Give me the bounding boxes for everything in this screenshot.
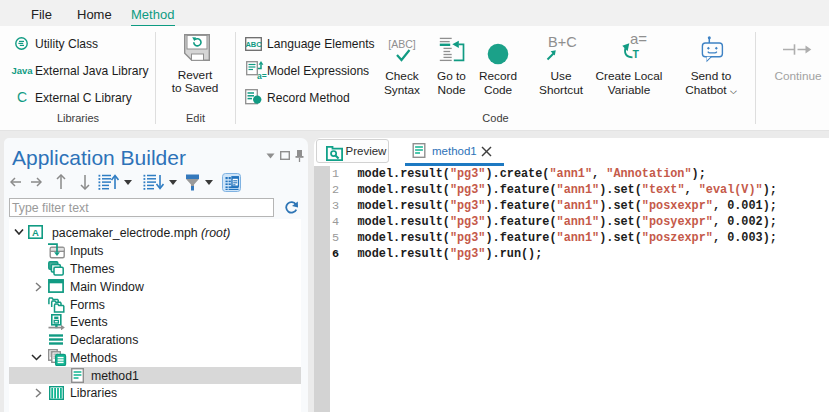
svg-text:T: T bbox=[633, 48, 640, 60]
svg-text:ABC: ABC bbox=[245, 40, 262, 49]
svg-text:a=: a= bbox=[257, 71, 267, 80]
svg-text:A: A bbox=[32, 227, 39, 238]
